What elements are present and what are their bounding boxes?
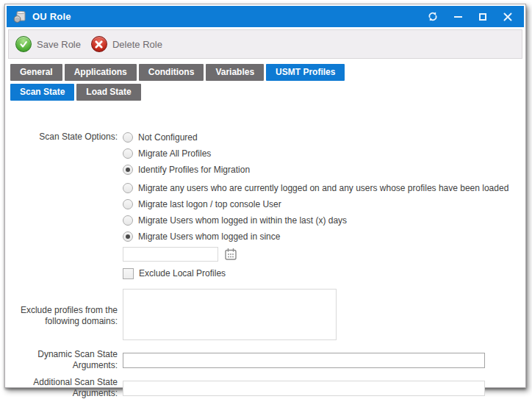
save-role-label: Save Role [37, 39, 81, 50]
delete-role-button[interactable]: Delete Role [91, 36, 162, 52]
window-controls [428, 12, 517, 22]
radio-circle [123, 199, 133, 209]
radio-circle-selected [123, 165, 133, 175]
ou-role-window-icon [13, 10, 26, 24]
subtab-load-state[interactable]: Load State [76, 84, 140, 101]
usmt-subtab-strip: Scan State Load State [10, 84, 521, 101]
radio-migrate-last-logon[interactable]: Migrate last logon / top console User [123, 198, 524, 209]
ou-role-dialog: OU Role [4, 4, 526, 388]
green-check-circle-icon [15, 36, 32, 52]
scan-state-radio-group-1: Not Configured Migrate All Profiles Iden… [123, 132, 524, 279]
radio-migrate-currently-logged-on[interactable]: Migrate any users who are currently logg… [123, 182, 524, 193]
tab-usmt-profiles[interactable]: USMT Profiles [266, 64, 345, 81]
main-tab-strip: General Applications Conditions Variable… [10, 64, 521, 81]
close-icon[interactable] [503, 12, 513, 22]
logged-in-since-date-input[interactable] [123, 247, 218, 262]
red-x-circle-icon [91, 36, 107, 52]
window-title: OU Role [32, 11, 71, 22]
radio-circle-selected [123, 231, 133, 242]
maximize-icon[interactable] [478, 12, 488, 22]
radio-identify-profiles-for-migration[interactable]: Identify Profiles for Migration [123, 164, 524, 175]
minimize-icon[interactable] [453, 12, 463, 22]
scan-state-options-label: Scan State Options: [7, 132, 123, 143]
dynamic-scan-state-arguments-input[interactable] [123, 353, 485, 368]
radio-circle [123, 132, 133, 143]
toolbar: Save Role Delete Role [8, 29, 522, 59]
save-role-button[interactable]: Save Role [15, 36, 81, 52]
tab-conditions[interactable]: Conditions [139, 64, 204, 81]
additional-scan-state-arguments-input[interactable] [123, 381, 485, 396]
refresh-icon[interactable] [428, 12, 438, 22]
tab-general[interactable]: General [10, 64, 62, 81]
exclude-domains-label: Exclude profiles from the following doma… [7, 305, 123, 327]
tab-applications[interactable]: Applications [65, 64, 137, 81]
delete-role-label: Delete Role [112, 39, 162, 50]
radio-migrate-last-x-days[interactable]: Migrate Users whom logged in within the … [123, 215, 524, 226]
additional-scan-state-arguments-label: Additional Scan State Arguments: [7, 377, 123, 399]
tab-variables[interactable]: Variables [206, 64, 264, 81]
radio-circle [123, 215, 133, 226]
scan-state-form: Scan State Options: Not Configured Migra… [7, 132, 524, 399]
exclude-local-profiles-checkbox[interactable] [123, 268, 134, 279]
exclude-domains-textarea[interactable] [123, 289, 337, 340]
exclude-local-profiles-row[interactable]: Exclude Local Profiles [123, 267, 524, 279]
radio-migrate-logged-in-since[interactable]: Migrate Users whom logged in since [123, 231, 524, 242]
titlebar: OU Role [7, 6, 524, 27]
calendar-icon[interactable] [223, 248, 237, 262]
subtab-scan-state[interactable]: Scan State [10, 84, 74, 101]
radio-circle [123, 148, 133, 159]
radio-migrate-all-profiles[interactable]: Migrate All Profiles [123, 148, 524, 159]
logged-in-since-date-row [123, 247, 524, 262]
radio-not-configured[interactable]: Not Configured [123, 132, 524, 143]
exclude-local-profiles-label: Exclude Local Profiles [139, 268, 226, 278]
radio-circle [123, 183, 133, 193]
dynamic-scan-state-arguments-label: Dynamic Scan State Arguments: [7, 349, 123, 371]
scan-state-radio-group-2: Migrate any users who are currently logg… [123, 182, 524, 242]
